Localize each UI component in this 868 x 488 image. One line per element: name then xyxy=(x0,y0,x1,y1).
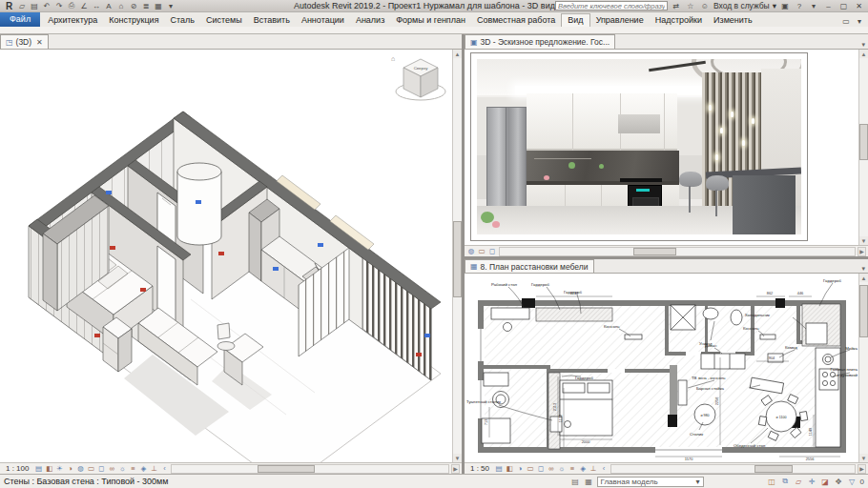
tab-collaborate[interactable]: Совместная работа xyxy=(471,13,561,27)
viewcube-home-icon[interactable]: ⌂ xyxy=(391,55,395,62)
tab-bar-menu-icon[interactable]: ▾ xyxy=(861,41,868,49)
section-icon[interactable]: ⊘ xyxy=(128,1,139,11)
tab-insert[interactable]: Вставить xyxy=(248,13,296,27)
switch-windows-icon[interactable]: ▦ xyxy=(153,1,164,11)
scrollbar-horizontal-3d[interactable] xyxy=(171,464,449,474)
tab-bar-menu-icon[interactable]: ▾ xyxy=(861,265,868,273)
design-options-icon[interactable]: ▦ xyxy=(584,477,594,487)
scroll-up-icon[interactable]: ▲ xyxy=(859,274,868,282)
scale-button[interactable]: 1 : 50 xyxy=(466,464,493,473)
scroll-right-icon[interactable]: ▶ xyxy=(858,464,866,474)
canvas-render[interactable]: ▲ ▼ xyxy=(465,50,868,245)
scroll-down-icon[interactable]: ▼ xyxy=(859,454,868,462)
shadows-icon[interactable]: ◑ xyxy=(65,464,74,474)
detail-level-icon[interactable]: ▤ xyxy=(494,464,504,474)
scrollbar-horizontal-render[interactable] xyxy=(499,247,856,256)
crop-region-icon[interactable]: ◻ xyxy=(96,464,106,474)
tab-view[interactable]: Вид xyxy=(561,13,589,27)
qat-customize-icon[interactable]: ▾ xyxy=(165,1,176,11)
file-tab[interactable]: Файл xyxy=(0,12,40,27)
view-tab-render[interactable]: ▣ 3D - Эскизное предложение. Гос... xyxy=(465,34,615,49)
plan-stove[interactable] xyxy=(819,369,838,390)
text-icon[interactable]: A xyxy=(103,1,114,11)
sign-in-caret-icon[interactable]: ▾ xyxy=(773,1,776,10)
sign-in-label[interactable]: Вход в службы xyxy=(713,1,770,10)
plan-desk-chair[interactable] xyxy=(504,323,512,332)
detail-level-icon[interactable]: ▤ xyxy=(33,464,43,474)
default-3d-view-icon[interactable]: ⌂ xyxy=(115,1,127,11)
worksharing-display-icon[interactable]: ◫ xyxy=(767,477,777,487)
desk-chair[interactable] xyxy=(217,342,235,351)
render-dialog-icon[interactable]: ◍ xyxy=(466,247,476,256)
reveal-hidden-icon[interactable]: ☼ xyxy=(117,464,127,474)
close-view-icon[interactable]: ✕ xyxy=(36,38,43,47)
tab-modify[interactable]: Изменить xyxy=(708,13,758,27)
scale-button[interactable]: 1 : 100 xyxy=(2,464,32,473)
select-links-icon[interactable]: ⧉ xyxy=(780,477,791,487)
tab-analyze[interactable]: Анализ xyxy=(350,13,390,27)
sign-in-icon[interactable]: ☺ xyxy=(699,1,711,11)
small-cabinet[interactable] xyxy=(103,317,132,372)
tab-steel[interactable]: Сталь xyxy=(165,13,200,27)
scroll-down-icon[interactable]: ▼ xyxy=(859,236,868,245)
search-input[interactable] xyxy=(555,1,668,10)
plan-toilet[interactable] xyxy=(731,310,742,325)
tab-addins[interactable]: Надстройки xyxy=(650,13,708,27)
scrollbar-vertical-3d[interactable]: ▲ ▼ xyxy=(452,50,462,462)
design-option-selector[interactable]: Главная модель ▾ xyxy=(597,477,704,487)
scroll-up-icon[interactable]: ▲ xyxy=(859,50,868,58)
constraints-icon[interactable]: ⊥ xyxy=(589,464,598,474)
viewbar-collapse-icon[interactable]: ‹ xyxy=(159,464,169,474)
undo-icon[interactable]: ↶ xyxy=(41,1,52,11)
revit-logo[interactable]: R xyxy=(3,1,15,11)
displaced-elements-icon[interactable]: ◈ xyxy=(138,464,148,474)
measure-icon[interactable]: ∠ xyxy=(78,1,90,11)
scroll-thumb[interactable] xyxy=(754,465,793,473)
tab-manage[interactable]: Управление xyxy=(590,13,650,27)
worksets-icon[interactable]: ▤ xyxy=(570,477,581,487)
minimize-button[interactable]: – xyxy=(822,1,835,11)
crop-view-icon[interactable]: ▭ xyxy=(86,464,95,474)
ribbon-collapse-caret-icon[interactable]: ▾ xyxy=(854,16,865,27)
filter-icon[interactable]: ▽ xyxy=(847,477,858,487)
visual-style-icon[interactable]: ◧ xyxy=(44,464,53,474)
plan-fridge[interactable] xyxy=(806,323,827,344)
communication-center-icon[interactable]: ⇄ xyxy=(671,1,682,11)
constraints-icon[interactable]: ⊥ xyxy=(149,464,158,474)
scroll-thumb[interactable] xyxy=(453,221,462,297)
view-properties-icon[interactable]: ≡ xyxy=(568,464,577,474)
shadows-icon[interactable]: ◑ xyxy=(515,464,525,474)
scrollbar-vertical-plan[interactable]: ▲ ▼ xyxy=(858,274,868,462)
scrollbar-horizontal-plan[interactable] xyxy=(610,464,856,474)
hide-isolate-icon[interactable]: ∞ xyxy=(107,464,116,474)
aligned-dimension-icon[interactable]: ↔ xyxy=(91,1,102,11)
canvas-3d[interactable]: ⌂ Сверху ▲ ▼ xyxy=(0,50,462,462)
view-properties-icon[interactable]: ≡ xyxy=(128,464,137,474)
crop-view-icon[interactable]: ▭ xyxy=(526,464,535,474)
visual-style-icon[interactable]: ◧ xyxy=(505,464,514,474)
scroll-thumb[interactable] xyxy=(859,124,868,160)
view-tab-plan[interactable]: ▦ 8. План расстановки мебели xyxy=(465,259,594,273)
tab-massing-site[interactable]: Формы и генплан xyxy=(390,13,471,27)
ribbon-collapse-icon[interactable]: ▭ xyxy=(840,16,852,27)
help-caret-icon[interactable]: ▾ xyxy=(808,1,819,11)
open-icon[interactable]: ▱ xyxy=(16,1,28,11)
scroll-thumb[interactable] xyxy=(633,248,676,255)
hide-isolate-icon[interactable]: ∞ xyxy=(547,464,556,474)
save-icon[interactable]: ▤ xyxy=(29,1,40,11)
render-icon[interactable]: ◍ xyxy=(75,464,85,474)
favorites-icon[interactable]: ☆ xyxy=(685,1,696,11)
app-store-icon[interactable]: ▣ xyxy=(779,1,791,11)
select-pinned-icon[interactable]: ✛ xyxy=(807,477,817,487)
help-icon[interactable]: ? xyxy=(794,1,805,11)
scroll-thumb[interactable] xyxy=(258,465,315,473)
scroll-right-icon[interactable]: ▶ xyxy=(858,247,866,256)
scroll-right-icon[interactable]: ▶ xyxy=(451,464,460,474)
displaced-elements-icon[interactable]: ◈ xyxy=(578,464,588,474)
plan-sofa[interactable] xyxy=(701,354,745,369)
drag-on-selection-icon[interactable]: ✥ xyxy=(834,477,844,487)
scroll-down-icon[interactable]: ▼ xyxy=(453,454,462,462)
plan-console-2[interactable] xyxy=(760,335,775,339)
plan-desk[interactable] xyxy=(491,308,529,319)
reveal-hidden-icon[interactable]: ☼ xyxy=(557,464,567,474)
